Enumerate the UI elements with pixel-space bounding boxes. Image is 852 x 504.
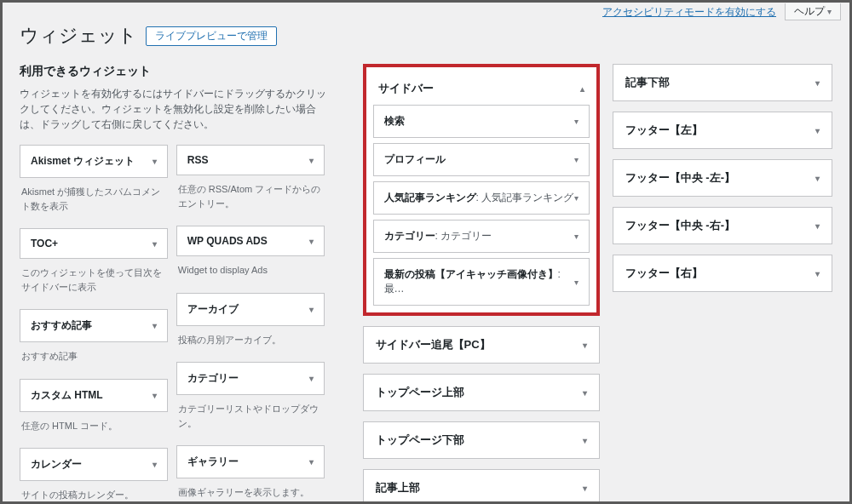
right-area-4[interactable]: フッター【右】 <box>613 255 832 291</box>
available-widget-desc: Akismet が捕獲したスパムコメント数を表示 <box>20 178 168 223</box>
area-title: 記事下部 <box>625 75 670 90</box>
chevron-down-icon <box>153 157 157 166</box>
available-widget-desc: このウィジェットを使って目次をサイドバーに表示 <box>20 259 168 304</box>
available-widget-desc: Widget to display Ads <box>176 256 325 288</box>
sidebar-widget-title: 検索 <box>384 115 405 127</box>
area-title: フッター【左】 <box>625 123 703 138</box>
chevron-down-icon <box>815 126 820 135</box>
available-widget-name: カレンダー <box>31 457 82 472</box>
available-widget-c1-0[interactable]: Akismet ウィジェット <box>20 145 168 178</box>
area-title: トップページ上部 <box>376 385 464 400</box>
chevron-down-icon <box>815 269 820 278</box>
chevron-down-icon <box>309 457 314 467</box>
available-widget-desc: 任意の RSS/Atom フィードからのエントリー。 <box>176 175 325 220</box>
area-title: サイドバー追尾【PC】 <box>376 337 491 352</box>
page-title: ウィジェット <box>20 23 137 49</box>
chevron-down-icon <box>815 174 820 183</box>
chevron-up-icon <box>580 84 584 94</box>
available-widget-desc: 投稿の月別アーカイブ。 <box>176 326 325 358</box>
live-preview-button[interactable]: ライブプレビューで管理 <box>146 26 277 46</box>
available-widget-name: カスタム HTML <box>31 388 103 403</box>
available-widget-c2-1[interactable]: WP QUADS ADS <box>176 226 325 256</box>
chevron-down-icon <box>574 232 579 241</box>
available-widget-desc: カテゴリーリストやドロップダウン。 <box>176 395 325 440</box>
area-title: フッター【中央 -左-】 <box>625 170 735 186</box>
available-widget-c2-0[interactable]: RSS <box>176 145 325 175</box>
mid-area-1[interactable]: トップページ上部 <box>364 375 599 410</box>
available-widget-c1-4[interactable]: カレンダー <box>20 448 168 481</box>
mid-area-3[interactable]: 記事上部 <box>364 470 599 504</box>
chevron-down-icon <box>574 117 579 126</box>
sidebar-widget-3[interactable]: カテゴリー: カテゴリー <box>373 220 590 253</box>
sidebar-widget-4[interactable]: 最新の投稿【アイキャッチ画像付き】: 最… <box>373 258 590 306</box>
sidebar-widget-2[interactable]: 人気記事ランキング: 人気記事ランキング <box>373 181 590 215</box>
available-widget-desc: 任意の HTML コード。 <box>20 412 168 444</box>
available-widget-c1-2[interactable]: おすすめ記事 <box>20 309 168 342</box>
chevron-down-icon <box>153 460 157 469</box>
chevron-down-icon <box>815 78 820 88</box>
accessibility-mode-link[interactable]: アクセシビリティモードを有効にする <box>602 5 776 20</box>
chevron-down-icon <box>309 305 314 314</box>
sidebar-widget-1[interactable]: プロフィール <box>373 143 590 176</box>
sidebar-widget-title: 人気記事ランキング <box>384 192 476 203</box>
chevron-down-icon <box>815 221 820 231</box>
sidebar-widget-sub: : カテゴリー <box>435 230 492 242</box>
area-title: 記事上部 <box>376 480 420 495</box>
chevron-down-icon <box>309 156 314 165</box>
chevron-down-icon <box>309 237 314 246</box>
available-widget-name: カテゴリー <box>187 371 239 386</box>
chevron-down-icon <box>583 388 587 398</box>
available-widget-c1-3[interactable]: カスタム HTML <box>20 379 168 412</box>
right-area-1[interactable]: フッター【左】 <box>613 112 832 148</box>
available-widget-name: TOC+ <box>31 238 58 249</box>
area-title: フッター【中央 -右-】 <box>625 218 735 233</box>
chevron-down-icon <box>827 7 832 16</box>
right-area-0[interactable]: 記事下部 <box>613 65 832 100</box>
right-area-2[interactable]: フッター【中央 -左-】 <box>613 160 832 196</box>
chevron-down-icon <box>153 239 157 249</box>
available-widget-c2-2[interactable]: アーカイブ <box>176 293 325 326</box>
mid-area-0[interactable]: サイドバー追尾【PC】 <box>364 327 599 363</box>
chevron-down-icon <box>583 436 587 445</box>
sidebar-area-highlighted: サイドバー 検索プロフィール人気記事ランキング: 人気記事ランキングカテゴリー:… <box>363 64 600 316</box>
area-title: トップページ下部 <box>376 432 464 448</box>
chevron-down-icon <box>583 341 587 350</box>
available-widgets-title: 利用できるウィジェット <box>20 64 333 79</box>
sidebar-widget-title: 最新の投稿【アイキャッチ画像付き】 <box>384 268 558 280</box>
chevron-down-icon <box>153 391 157 400</box>
sidebar-area-header[interactable]: サイドバー <box>373 74 590 105</box>
available-widgets-desc: ウィジェットを有効化するにはサイドバーにドラッグするかクリックしてください。ウィ… <box>20 86 333 132</box>
area-title: フッター【右】 <box>625 266 703 281</box>
available-widget-name: RSS <box>187 154 209 166</box>
sidebar-area-title: サイドバー <box>378 81 434 96</box>
available-widget-desc: おすすめ記事 <box>20 342 168 374</box>
sidebar-widget-title: カテゴリー <box>384 230 435 242</box>
mid-area-2[interactable]: トップページ下部 <box>364 422 599 458</box>
right-area-3[interactable]: フッター【中央 -右-】 <box>613 208 832 243</box>
chevron-down-icon <box>583 484 587 493</box>
sidebar-widget-0[interactable]: 検索 <box>373 105 590 138</box>
available-widget-name: Akismet ウィジェット <box>31 154 135 169</box>
available-widget-desc: サイトの投稿カレンダー。 <box>20 481 168 504</box>
available-widget-c2-3[interactable]: カテゴリー <box>176 362 325 395</box>
available-widget-c1-1[interactable]: TOC+ <box>20 228 168 259</box>
chevron-down-icon <box>574 278 579 287</box>
chevron-down-icon <box>574 155 579 164</box>
available-widget-name: アーカイブ <box>187 302 239 317</box>
sidebar-widget-sub: : 人気記事ランキング <box>476 192 574 203</box>
available-widget-desc: 画像ギャラリーを表示します。 <box>176 478 325 504</box>
sidebar-widget-title: プロフィール <box>384 153 446 165</box>
chevron-down-icon <box>309 374 314 383</box>
chevron-down-icon <box>574 193 579 203</box>
available-widget-name: おすすめ記事 <box>31 318 92 333</box>
available-widget-name: ギャラリー <box>187 455 239 469</box>
chevron-down-icon <box>153 321 157 330</box>
help-button[interactable]: ヘルプ <box>785 3 841 20</box>
available-widget-c2-4[interactable]: ギャラリー <box>176 445 325 478</box>
available-widget-name: WP QUADS ADS <box>187 235 268 247</box>
help-label: ヘルプ <box>794 4 825 19</box>
